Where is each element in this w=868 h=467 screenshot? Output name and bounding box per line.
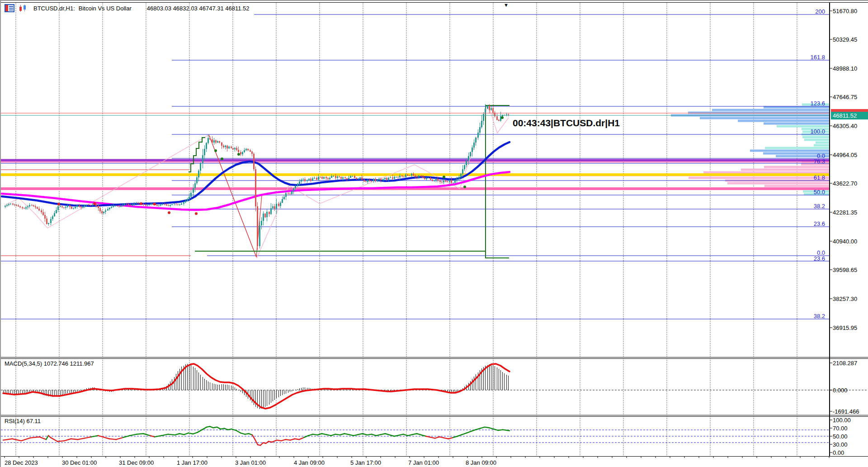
time-axis-label: 3 Jan 01:00 — [235, 460, 266, 466]
price-axis-label: 40940.00 — [833, 238, 857, 244]
time-axis-label: 31 Dec 09:00 — [119, 460, 154, 466]
fib-level-label: 38.2 — [814, 313, 825, 319]
macd-axis-label: 0.000 — [833, 387, 848, 393]
rsi-axis-label: 100.00 — [833, 417, 851, 423]
time-axis-label: 1 Jan 17:00 — [177, 460, 208, 466]
time-symbol-annotation: 00:43:43|BTCUSD.dr|H1 — [513, 118, 620, 129]
macd-indicator-label: MACD(5,34,5) 1072.746 1211.967 — [5, 360, 94, 367]
symbol-subtitle: Bitcoin Vs US Dollar — [79, 5, 132, 12]
rsi-axis-label: 70.00 — [833, 425, 848, 431]
price-axis-label: 50329.45 — [833, 37, 857, 43]
quotes-table-icon[interactable] — [5, 4, 14, 12]
bid-price-badge: 46811.52 — [831, 112, 868, 119]
candle-chart-icon[interactable] — [18, 4, 28, 12]
fib-level-label: 200 — [815, 9, 825, 14]
price-axis-label: 39598.65 — [833, 267, 857, 273]
price-axis-label: 43622.70 — [833, 181, 857, 186]
price-axis-label: 44964.05 — [833, 152, 857, 158]
time-axis-label: 28 Dec 2023 — [5, 460, 38, 466]
time-axis-label: 7 Jan 01:00 — [408, 460, 439, 466]
fib-level-label: 123.6 — [810, 100, 825, 106]
price-axis-label: 42281.35 — [833, 210, 857, 215]
ohlc-values: 46803.03 46832.03 46747.31 46811.52 — [147, 5, 250, 12]
rsi-indicator-label: RSI(14) 67.11 — [5, 418, 41, 424]
time-axis-label: 8 Jan 09:00 — [466, 460, 496, 466]
bar-position-triangle-icon: ▼ — [504, 2, 509, 8]
time-axis-label: 5 Jan 17:00 — [350, 460, 381, 466]
fib-level-label: 38.2 — [814, 203, 825, 209]
fib-level-label: 100.0 — [810, 129, 825, 134]
rsi-axis-label: 0.00 — [833, 450, 844, 456]
chart-canvas[interactable] — [1, 1, 868, 467]
time-axis-label: 30 Dec 01:00 — [62, 460, 97, 466]
chart-title-bar: BTCUSD.dr,H1: Bitcoin Vs US Dollar 46803… — [5, 4, 250, 12]
fib-level-label: 50.0 — [814, 189, 825, 195]
symbol-title: BTCUSD.dr,H1: — [33, 5, 75, 12]
price-axis-label: 36915.95 — [833, 325, 857, 331]
fib-level-label: 76.3 — [814, 158, 825, 164]
price-axis-label: 46305.40 — [833, 123, 857, 129]
fib-level-label: 61.8 — [814, 175, 825, 181]
macd-axis-label: -1691.466 — [833, 409, 859, 415]
price-axis-label: 48988.10 — [833, 66, 857, 71]
rsi-axis-label: 30.00 — [833, 442, 848, 448]
price-axis-label: 38257.30 — [833, 296, 857, 302]
time-axis-label: 4 Jan 09:00 — [294, 460, 325, 466]
price-axis-label: 51670.80 — [833, 8, 857, 14]
rsi-axis-label: 50.00 — [833, 434, 848, 439]
macd-axis-label: 2108.287 — [833, 360, 857, 366]
fib-level-label: 23.6 — [814, 221, 825, 227]
fib-level-label: 23.6 — [814, 256, 825, 262]
fib-level-label: 161.8 — [810, 54, 825, 60]
mt5-chart-window: BTCUSD.dr,H1: Bitcoin Vs US Dollar 46803… — [0, 0, 868, 467]
price-axis-label: 47646.75 — [833, 94, 857, 100]
